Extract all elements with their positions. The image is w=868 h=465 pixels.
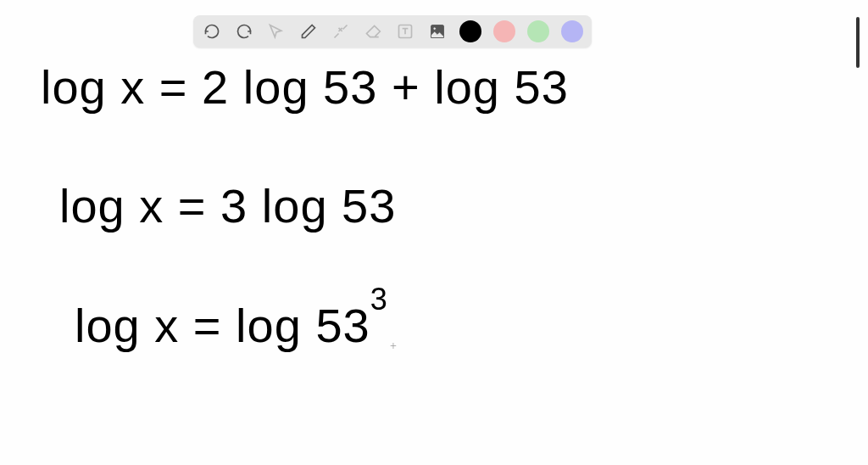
pointer-button[interactable] (266, 21, 287, 42)
color-pink[interactable] (493, 20, 515, 42)
equation-line-3-base: log x = log 53 (75, 299, 370, 352)
toolbar (193, 15, 592, 48)
cursor-crosshair: + (390, 339, 397, 353)
equation-line-3: log x = log 533 (75, 297, 388, 353)
eraser-icon (364, 23, 381, 40)
equation-line-1: log x = 2 log 53 + log 53 (41, 59, 569, 115)
tools-icon (332, 23, 349, 40)
equation-line-2: log x = 3 log 53 (59, 178, 396, 233)
image-icon (429, 23, 446, 40)
color-purple[interactable] (561, 20, 583, 42)
svg-point-2 (433, 27, 436, 30)
redo-icon (236, 23, 253, 40)
pen-icon (300, 23, 317, 40)
undo-icon (203, 23, 220, 40)
pointer-icon (268, 23, 285, 40)
eraser-button[interactable] (363, 21, 383, 42)
pen-button[interactable] (298, 21, 319, 42)
redo-button[interactable] (234, 21, 254, 42)
text-icon (397, 23, 414, 40)
image-button[interactable] (427, 21, 448, 42)
tools-button[interactable] (331, 21, 351, 42)
text-button[interactable] (395, 21, 415, 42)
scrollbar[interactable] (856, 17, 860, 68)
color-green[interactable] (527, 20, 549, 42)
undo-button[interactable] (202, 21, 222, 42)
equation-line-3-exponent: 3 (370, 282, 388, 317)
color-black[interactable] (459, 20, 481, 42)
